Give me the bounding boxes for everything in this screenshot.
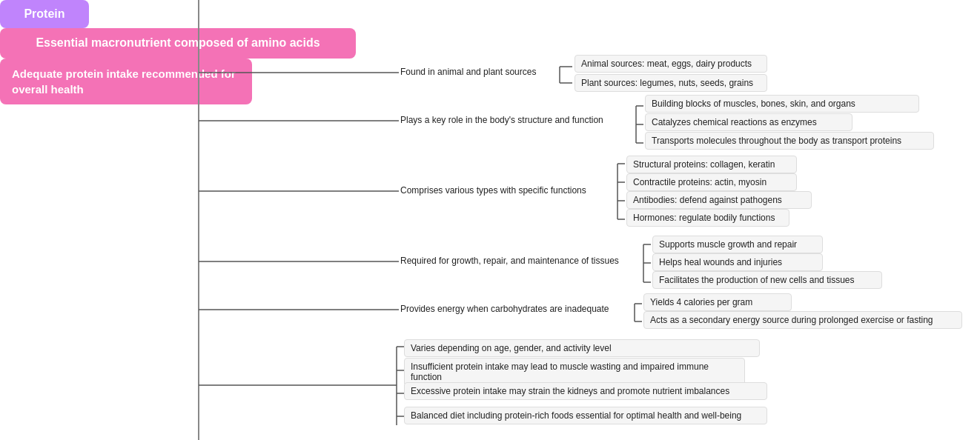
branch5-leaf1: Yields 4 calories per gram xyxy=(643,293,792,311)
protein-node: Protein xyxy=(0,0,89,28)
branch2-leaf1: Building blocks of muscles, bones, skin,… xyxy=(645,95,919,113)
adequate-label: Adequate protein intake recommended for … xyxy=(12,67,236,96)
branch4-label: Required for growth, repair, and mainten… xyxy=(400,256,619,266)
branch1-label: Found in animal and plant sources xyxy=(400,67,536,77)
branch2-leaf2: Catalyzes chemical reactions as enzymes xyxy=(645,113,852,131)
branch4-leaf2: Helps heal wounds and injuries xyxy=(652,253,823,271)
adequate-item4: Balanced diet including protein-rich foo… xyxy=(404,407,767,424)
adequate-item1: Varies depending on age, gender, and act… xyxy=(404,339,760,357)
branch3-leaf4: Hormones: regulate bodily functions xyxy=(626,209,789,227)
branch5-label: Provides energy when carbohydrates are i… xyxy=(400,304,609,314)
branch1-leaf2: Plant sources: legumes, nuts, seeds, gra… xyxy=(575,74,767,92)
branch4-leaf1: Supports muscle growth and repair xyxy=(652,236,823,253)
branch4-leaf3: Facilitates the production of new cells … xyxy=(652,271,882,289)
adequate-node: Adequate protein intake recommended for … xyxy=(0,59,252,104)
macro-node: Essential macronutrient composed of amin… xyxy=(0,28,356,59)
branch3-leaf3: Antibodies: defend against pathogens xyxy=(626,191,812,209)
branch2-label: Plays a key role in the body's structure… xyxy=(400,115,603,125)
adequate-item3: Excessive protein intake may strain the … xyxy=(404,382,767,400)
protein-label: Protein xyxy=(24,7,64,20)
macro-label: Essential macronutrient composed of amin… xyxy=(36,36,320,49)
branch3-label: Comprises various types with specific fu… xyxy=(400,185,586,196)
branch2-leaf3: Transports molecules throughout the body… xyxy=(645,132,934,150)
mind-map-diagram: Protein Essential macronutrient composed… xyxy=(0,0,980,440)
branch1-leaf1: Animal sources: meat, eggs, dairy produc… xyxy=(575,55,767,73)
branch5-leaf2: Acts as a secondary energy source during… xyxy=(643,311,962,329)
branch3-leaf2: Contractile proteins: actin, myosin xyxy=(626,173,797,191)
branch3-leaf1: Structural proteins: collagen, keratin xyxy=(626,156,797,173)
